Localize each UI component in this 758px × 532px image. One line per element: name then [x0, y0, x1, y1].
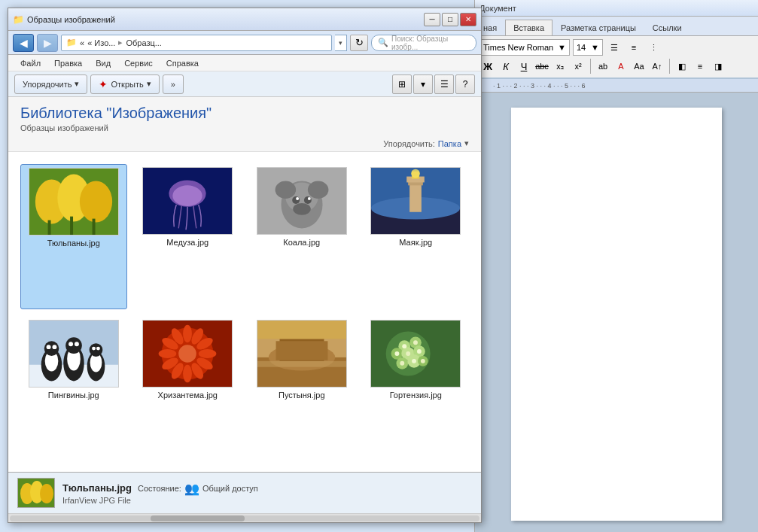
status-state: Состояние: 👥 Общий доступ	[138, 482, 258, 496]
close-button[interactable]: ✕	[460, 13, 476, 26]
file-item-jellyfish[interactable]: Медуза.jpg	[135, 164, 242, 309]
thumbnail-lighthouse	[370, 167, 461, 235]
align-center-button[interactable]: ≡	[692, 58, 708, 74]
file-grid: Тюльпаны.jpg Медуза.jpg	[8, 152, 481, 472]
more-button[interactable]: »	[163, 74, 184, 94]
svg-point-77	[403, 344, 407, 348]
align-left-button[interactable]: ◧	[674, 58, 690, 74]
menu-file[interactable]: Файл	[14, 57, 47, 69]
ribbon-format-row: Ж К Ч abc x₂ x² ab A Aa A↑ ◧ ≡ ◨	[479, 58, 753, 74]
svg-rect-64	[275, 341, 327, 360]
svg-point-84	[421, 358, 425, 363]
ribbon-sep-2	[669, 59, 670, 74]
help-icon: ?	[463, 79, 468, 90]
minimize-button[interactable]: ─	[424, 13, 440, 26]
thumbnail-penguins	[29, 320, 119, 388]
font-size-dropdown-icon[interactable]: ▼	[591, 43, 599, 52]
file-item-lighthouse[interactable]: Маяк.jpg	[363, 164, 470, 309]
svg-rect-5	[70, 217, 73, 236]
list-btn-3[interactable]: ⋮	[645, 39, 662, 56]
minimize-icon: ─	[429, 15, 434, 23]
file-name-chrysanthemum: Хризантема.jpg	[158, 391, 218, 400]
superscript-button[interactable]: x²	[570, 58, 586, 74]
word-page	[511, 108, 722, 521]
open-button[interactable]: ✦ Открыть ▾	[90, 74, 159, 94]
status-state-label: Состояние:	[138, 484, 181, 493]
tab-insert[interactable]: Вставка	[505, 20, 553, 35]
menu-edit[interactable]: Правка	[48, 57, 88, 69]
file-item-desert[interactable]: Пустыня.jpg	[248, 317, 355, 461]
caps-button[interactable]: A↑	[649, 58, 665, 74]
path-dropdown-button[interactable]: ▾	[335, 35, 347, 51]
bold-button[interactable]: Ж	[479, 58, 496, 74]
maximize-button[interactable]: □	[442, 13, 458, 26]
italic-button[interactable]: К	[498, 58, 514, 74]
search-box[interactable]: 🔍 Поиск: Образцы изобр...	[371, 35, 476, 51]
view-dropdown-button[interactable]: ▾	[413, 74, 433, 94]
path-part-izb: « Изо...	[87, 38, 115, 47]
svg-point-81	[417, 349, 422, 354]
back-icon: ◀	[20, 37, 28, 49]
strikethrough-button[interactable]: abc	[534, 58, 550, 74]
explorer-folder-icon: 📁	[13, 14, 24, 25]
arrange-bar: Упорядочить: Папка ▾	[8, 135, 481, 152]
subscript-button[interactable]: x₂	[552, 58, 568, 74]
close-icon: ✕	[465, 15, 471, 23]
underline-button[interactable]: Ч	[516, 58, 532, 74]
svg-point-43	[92, 346, 96, 350]
svg-rect-66	[257, 320, 346, 339]
status-file-type: IrfanView JPG File	[62, 496, 472, 505]
scrollbar-area[interactable]	[8, 513, 481, 522]
menu-service[interactable]: Сервис	[118, 57, 159, 69]
svg-point-78	[413, 340, 418, 345]
file-item-hydrangea[interactable]: Гортензия.jpg	[363, 317, 470, 461]
tab-page-layout[interactable]: Разметка страницы	[553, 20, 644, 35]
thumbnail-tulips	[29, 168, 119, 236]
tab-references[interactable]: Ссылки	[644, 20, 690, 35]
list-btn-1[interactable]: ☰	[606, 39, 623, 56]
view-grid-button[interactable]: ⊞	[392, 74, 412, 94]
file-item-tulips[interactable]: Тюльпаны.jpg	[20, 164, 127, 309]
address-path[interactable]: 📁 « « Изо... ▸ Образц...	[61, 35, 332, 51]
word-document-area	[475, 93, 758, 532]
view-buttons: ⊞ ▾ ☰ ?	[392, 74, 475, 94]
organize-button[interactable]: Упорядочить ▾	[14, 74, 87, 94]
arrange-by-link[interactable]: Папка	[438, 139, 461, 148]
file-item-penguins[interactable]: Пингвины.jpg	[20, 317, 127, 461]
font-color-button[interactable]: A	[613, 58, 629, 74]
file-name-hydrangea: Гортензия.jpg	[390, 391, 442, 400]
svg-point-56	[159, 349, 177, 358]
svg-point-37	[65, 337, 82, 354]
font-name-dropdown-icon[interactable]: ▼	[558, 43, 566, 52]
font-color-btn2[interactable]: Aa	[631, 58, 647, 74]
back-button[interactable]: ◀	[13, 34, 34, 52]
svg-rect-23	[409, 182, 422, 211]
list-btn-2[interactable]: ≡	[626, 39, 642, 56]
refresh-button[interactable]: ↻	[350, 35, 368, 51]
font-name-selector[interactable]: Times New Roman ▼	[479, 39, 570, 56]
svg-point-16	[304, 196, 312, 204]
word-ruler: · 1 · · · 2 · · · 3 · · · 4 · · · 5 · · …	[475, 79, 758, 93]
arrange-dropdown-icon[interactable]: ▾	[464, 138, 469, 148]
menu-help[interactable]: Справка	[160, 57, 205, 69]
refresh-icon: ↻	[355, 37, 364, 48]
view-list-button[interactable]: ☰	[434, 74, 454, 94]
file-name-tulips: Тюльпаны.jpg	[47, 239, 100, 248]
status-info: Тюльпаны.jpg Состояние: 👥 Общий доступ I…	[62, 482, 472, 505]
thumbnail-koala	[257, 167, 347, 235]
svg-point-39	[75, 342, 79, 346]
help-button[interactable]: ?	[455, 74, 475, 94]
forward-button[interactable]: ▶	[37, 34, 58, 52]
scrollbar-thumb[interactable]	[151, 515, 245, 521]
svg-point-15	[292, 196, 300, 204]
font-size-selector[interactable]: 14 ▼	[573, 39, 603, 56]
menu-view[interactable]: Вид	[90, 57, 117, 69]
word-tabs: ная Вставка Разметка страницы Ссылки	[475, 17, 758, 36]
library-header: Библиотека "Изображения" Образцы изображ…	[8, 97, 481, 135]
highlight-button[interactable]: ab	[595, 58, 611, 74]
file-item-chrysanthemum[interactable]: Хризантема.jpg	[135, 317, 242, 461]
file-item-koala[interactable]: Коала.jpg	[248, 164, 355, 309]
svg-rect-4	[47, 220, 50, 236]
align-right-button[interactable]: ◨	[710, 58, 726, 74]
sharing-icon: 👥	[184, 482, 199, 496]
